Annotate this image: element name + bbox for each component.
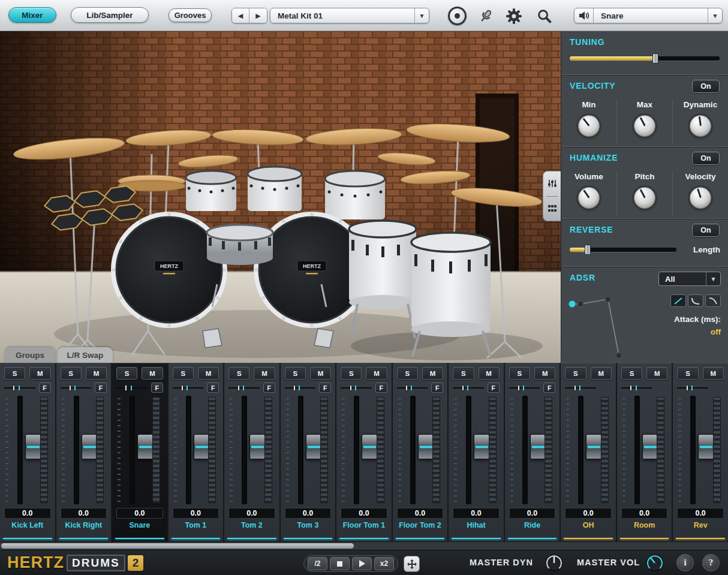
volume-fader[interactable]	[186, 396, 191, 504]
double-tempo-button[interactable]: x2	[374, 557, 394, 570]
mute-button[interactable]: M	[142, 367, 163, 380]
channel-name[interactable]: OH	[565, 520, 612, 531]
mute-button[interactable]: M	[703, 367, 724, 380]
pan-handle[interactable]	[462, 385, 464, 391]
pan-slider[interactable]	[509, 384, 540, 392]
solo-button[interactable]: S	[509, 367, 530, 380]
pan-slider[interactable]	[4, 384, 35, 392]
speaker-icon[interactable]	[574, 8, 594, 23]
pan-slider[interactable]	[116, 384, 148, 392]
volume-fader[interactable]	[130, 396, 135, 504]
fader-handle[interactable]	[586, 434, 602, 459]
mute-button[interactable]: M	[29, 367, 50, 380]
volume-fader[interactable]	[17, 396, 23, 504]
solo-button[interactable]: S	[453, 367, 474, 380]
humanize-volume-knob[interactable]	[578, 187, 600, 209]
fx-button[interactable]: F	[543, 383, 555, 393]
channel-name[interactable]: Ride	[509, 520, 556, 531]
pan-handle[interactable]	[574, 385, 576, 391]
channel-name[interactable]: Kick Left	[4, 520, 51, 531]
channel-name[interactable]: Kick Right	[61, 520, 107, 531]
fx-button[interactable]: F	[207, 383, 219, 393]
adsr-release-point[interactable]	[616, 353, 622, 359]
humanize-velocity-knob[interactable]	[690, 187, 711, 209]
pan-handle[interactable]	[293, 385, 296, 391]
fader-handle[interactable]	[82, 434, 98, 459]
solo-button[interactable]: S	[341, 367, 362, 380]
record-button[interactable]	[448, 7, 467, 25]
channel-name[interactable]: Room	[621, 520, 668, 531]
move-window-button[interactable]	[404, 556, 420, 572]
volume-fader[interactable]	[298, 396, 303, 504]
velocity-max-knob[interactable]	[634, 115, 655, 137]
kit-selector-dropdown[interactable]: Metal Kit 01 ▼	[270, 8, 429, 23]
velocity-on-button[interactable]: On	[692, 80, 720, 93]
pan-handle[interactable]	[181, 385, 183, 391]
snare-drum[interactable]	[207, 225, 273, 265]
tuning-slider-handle[interactable]	[652, 53, 658, 64]
mute-button[interactable]: M	[591, 367, 612, 380]
solo-button[interactable]: S	[677, 367, 698, 380]
channel-name[interactable]: Rev	[677, 520, 724, 531]
volume-fader[interactable]	[634, 396, 640, 504]
volume-fader[interactable]	[466, 396, 471, 504]
pan-handle[interactable]	[686, 385, 688, 391]
channel-name[interactable]: Floor Tom 1	[341, 520, 387, 531]
mute-button[interactable]: M	[254, 367, 275, 380]
mute-button[interactable]: M	[479, 367, 500, 380]
pan-slider[interactable]	[677, 384, 708, 392]
next-kit-button[interactable]: ▶	[249, 8, 267, 23]
channel-name[interactable]: Tom 1	[173, 520, 219, 531]
lib-sampler-tab-button[interactable]: Lib/Sampler	[71, 7, 149, 23]
fx-button[interactable]: F	[263, 383, 275, 393]
pan-slider[interactable]	[621, 384, 652, 392]
pan-slider[interactable]	[61, 384, 92, 392]
volume-fader[interactable]	[74, 396, 79, 504]
solo-button[interactable]: S	[61, 367, 82, 380]
fx-button[interactable]: F	[375, 383, 387, 393]
solo-button[interactable]: S	[4, 367, 25, 380]
pan-handle[interactable]	[350, 385, 352, 391]
fx-button[interactable]: F	[431, 383, 443, 393]
fader-handle[interactable]	[474, 434, 490, 459]
channel-name[interactable]: Snare	[116, 520, 163, 531]
reverse-on-button[interactable]: On	[692, 224, 720, 237]
volume-fader[interactable]	[354, 396, 359, 504]
solo-button[interactable]: S	[397, 367, 418, 380]
channel-name[interactable]: Tom 2	[228, 520, 275, 531]
pan-slider[interactable]	[285, 384, 316, 392]
fader-handle[interactable]	[418, 434, 434, 459]
fader-handle[interactable]	[306, 434, 322, 459]
curve-convex-button[interactable]	[705, 294, 721, 307]
mute-button[interactable]: M	[646, 367, 667, 380]
fader-handle[interactable]	[25, 434, 41, 459]
pan-slider[interactable]	[565, 384, 596, 392]
prev-kit-button[interactable]: ◀	[232, 8, 249, 23]
solo-button[interactable]: S	[621, 367, 642, 380]
curve-concave-button[interactable]	[688, 294, 703, 307]
adsr-decay-point[interactable]	[577, 301, 583, 307]
pan-handle[interactable]	[630, 385, 632, 391]
help-button[interactable]: ?	[702, 554, 720, 571]
pan-handle[interactable]	[237, 385, 240, 391]
pan-slider[interactable]	[341, 384, 372, 392]
pan-slider[interactable]	[397, 384, 428, 392]
volume-fader[interactable]	[410, 396, 416, 504]
fader-handle[interactable]	[249, 434, 266, 459]
drum-kit-scene[interactable]: HERTZ HERTZ	[0, 31, 561, 363]
instrument-selector-dropdown[interactable]: Snare ▼	[574, 8, 723, 23]
pan-handle[interactable]	[518, 385, 520, 391]
humanize-pitch-knob[interactable]	[634, 187, 655, 209]
mute-button[interactable]: M	[310, 367, 331, 380]
adsr-target-dropdown[interactable]: All ▼	[658, 272, 721, 286]
channel-name[interactable]: Tom 3	[285, 520, 332, 531]
pan-slider[interactable]	[173, 384, 204, 392]
fader-handle[interactable]	[642, 434, 658, 459]
volume-fader[interactable]	[242, 396, 247, 504]
pan-handle[interactable]	[405, 385, 408, 391]
fx-button[interactable]: F	[95, 383, 107, 393]
grooves-tab-button[interactable]: Grooves	[169, 8, 212, 22]
channel-name[interactable]: Hihat	[453, 520, 500, 531]
settings-gear-icon[interactable]	[504, 7, 524, 26]
pan-handle[interactable]	[69, 385, 71, 391]
